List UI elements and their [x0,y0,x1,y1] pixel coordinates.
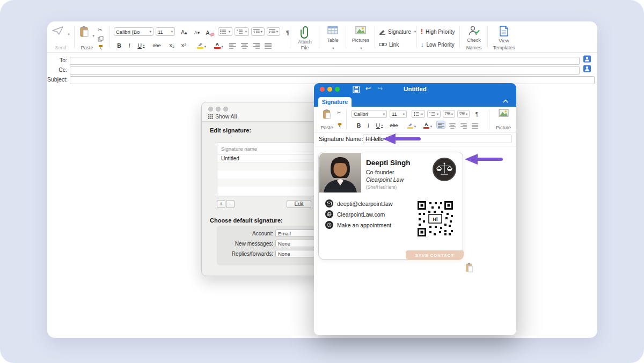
font-name-select[interactable]: Calibri (Bo [114,27,153,36]
card-appointment-text: Make an appointment [337,222,391,228]
align-center-button[interactable] [448,121,457,129]
zoom-button[interactable] [223,107,228,112]
to-input[interactable] [70,57,580,65]
divider [74,26,75,48]
signature-menu-button[interactable]: Signature [379,28,416,35]
annotation-arrow-signature-name [378,131,421,146]
to-addressbook-button[interactable] [583,55,592,63]
font-name-select[interactable]: Calibri [352,110,387,118]
numbering-button[interactable] [427,110,441,118]
bold-button[interactable]: B [355,121,363,129]
new-messages-label: New messages: [217,241,273,247]
highlight-color-button[interactable] [403,121,416,129]
font-color-button[interactable]: A [419,121,432,129]
cut-icon[interactable]: ✂ [98,27,105,33]
underline-button[interactable]: U [374,121,385,129]
highlight-color-button[interactable] [192,40,206,49]
pictures-label: Pictures [352,38,370,43]
signature-card: Deepti Singh Co-founder Clearpoint Law (… [318,152,463,260]
address-book-icon [583,55,591,63]
eraser-icon [210,33,214,36]
minimize-button[interactable] [216,107,221,112]
low-priority-button[interactable]: ↓ Low Priority [421,41,455,48]
edit-signature-button[interactable]: Edit [287,200,311,208]
strikethrough-button[interactable]: abe [388,121,400,129]
highlight-color-swatch [407,127,413,129]
shrink-font-button[interactable]: A▾ [191,27,203,36]
superscript-button[interactable]: X² [178,40,189,49]
italic-button[interactable]: I [126,40,133,49]
align-right-button[interactable] [251,40,261,49]
paste-label: Paste [80,45,93,50]
cut-icon[interactable]: ✂ [337,110,343,115]
paste-button[interactable]: Paste [77,26,97,50]
font-color-button[interactable]: A [209,40,223,49]
add-signature-button[interactable]: + [217,200,225,208]
paragraph-marks-button[interactable]: ¶ [283,27,292,36]
underline-label: U [376,122,380,129]
show-all-button[interactable]: Show All [208,113,237,120]
italic-button[interactable]: I [365,121,372,129]
bullets-button[interactable] [412,110,425,118]
copy-icon[interactable] [98,36,104,42]
divider [487,26,488,48]
picture-button[interactable]: Picture [493,109,514,130]
font-size-select[interactable]: 11 [390,110,407,118]
grow-font-button[interactable]: A▴ [178,27,190,36]
decrease-indent-button[interactable] [443,110,455,118]
increase-indent-button[interactable] [457,110,470,118]
send-label: Send [55,45,66,50]
italic-label: I [368,122,369,129]
justify-button[interactable] [263,40,273,49]
justify-button[interactable] [470,121,479,129]
high-priority-button[interactable]: ! High Priority [421,28,455,35]
underline-button[interactable]: U [135,40,148,49]
tab-signature[interactable]: Signature [318,97,352,107]
format-painter-icon[interactable] [337,123,342,128]
align-left-button[interactable] [228,40,237,49]
align-left-button[interactable] [436,121,445,129]
divider [346,26,346,48]
link-button[interactable]: Link [379,41,399,48]
bold-label: B [357,122,361,129]
save-contact-button[interactable]: SAVE CONTACT [406,250,464,260]
cc-field-wrap [70,65,580,73]
send-icon [52,26,70,38]
increase-indent-button[interactable] [267,27,280,36]
choose-default-heading: Choose default signature: [210,217,283,224]
align-center-button[interactable] [239,40,249,49]
card-website-link[interactable]: ClearpointLaw.com [325,210,385,218]
align-right-button[interactable] [459,121,468,129]
collapse-ribbon-icon[interactable] [503,99,508,103]
strikethrough-button[interactable]: abe [150,40,163,49]
numbering-button[interactable] [235,27,249,36]
check-names-button[interactable]: Check Names [463,26,485,50]
pictures-button[interactable]: Pictures [349,26,372,50]
signature-name-label: Signature Name: [319,136,363,142]
view-templates-button[interactable]: View Templates [491,26,517,50]
paragraph-marks-button[interactable]: ¶ [473,110,481,118]
format-painter-icon[interactable] [98,45,104,50]
remove-signature-button[interactable]: − [226,200,235,208]
paste-icon [323,109,331,119]
bullets-button[interactable] [218,27,232,36]
table-button[interactable]: Table [322,26,343,50]
view-templates-label-1: View [499,38,509,43]
clock-icon [325,221,333,229]
paste-button[interactable]: Paste [318,109,335,130]
decrease-indent-button[interactable] [251,27,265,36]
send-button[interactable]: Send [48,26,73,50]
font-size-select[interactable]: 11 [156,27,175,36]
cc-addressbook-button[interactable] [583,65,592,73]
clear-formatting-button[interactable]: A [204,27,216,36]
card-email-link[interactable]: deepti@clearpoint.law [325,199,392,208]
attach-file-button[interactable]: Attach File [293,26,317,50]
bold-button[interactable]: B [115,40,123,49]
close-button[interactable] [208,107,213,112]
paste-options-button[interactable] [465,262,474,273]
link-label: Link [389,42,399,48]
card-appointment-link[interactable]: Make an appointment [325,221,391,229]
table-label: Table [327,38,339,43]
subscript-button[interactable]: X₂ [166,40,177,49]
cc-input[interactable] [70,66,580,75]
